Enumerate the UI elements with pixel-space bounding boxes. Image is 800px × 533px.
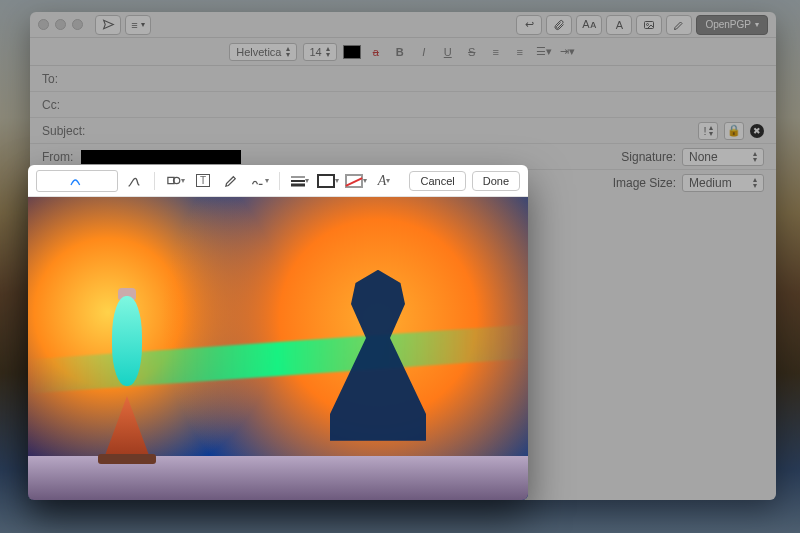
text-color-swatch[interactable]: [343, 45, 361, 59]
signature-value: None: [689, 150, 718, 164]
openpgp-menu[interactable]: OpenPGP▾: [696, 15, 768, 35]
zoom-dot[interactable]: [72, 19, 83, 30]
text-tool-icon[interactable]: T: [191, 170, 215, 192]
window-traffic-lights: [38, 19, 83, 30]
list-button[interactable]: ☰▾: [535, 43, 553, 61]
text-style-menu[interactable]: A▾: [372, 170, 396, 192]
photo-browser-button[interactable]: [636, 15, 662, 35]
header-fields-menu[interactable]: ≡: [125, 15, 151, 35]
openpgp-label: OpenPGP: [705, 19, 751, 30]
svg-point-1: [647, 23, 649, 25]
align-left-button[interactable]: ≡: [487, 43, 505, 61]
subject-label: Subject:: [42, 124, 85, 138]
image-size-select[interactable]: Medium▴▾: [682, 174, 764, 192]
text-style-glyph: A: [378, 173, 387, 189]
image-size-value: Medium: [689, 176, 732, 190]
bold-button[interactable]: B: [391, 43, 409, 61]
from-value-redacted: [81, 150, 241, 164]
italic-button[interactable]: I: [415, 43, 433, 61]
attached-image: [28, 197, 528, 500]
priority-button[interactable]: !▴▾: [698, 122, 718, 140]
from-label: From:: [42, 150, 73, 164]
underline-button[interactable]: U: [439, 43, 457, 61]
done-button[interactable]: Done: [472, 171, 520, 191]
sign-tool-icon[interactable]: [219, 170, 243, 192]
align-center-button[interactable]: ≡: [511, 43, 529, 61]
font-button[interactable]: A: [606, 15, 632, 35]
sketch-tool-icon[interactable]: [36, 170, 118, 192]
encrypt-lock-button[interactable]: 🔒: [724, 122, 744, 140]
indent-button[interactable]: ⇥▾: [559, 43, 577, 61]
subject-row[interactable]: Subject: !▴▾ 🔒 ✖: [30, 118, 776, 144]
reply-button[interactable]: ↩: [516, 15, 542, 35]
markup-canvas[interactable]: [28, 197, 528, 500]
stroke-color-menu[interactable]: ▾: [316, 170, 340, 192]
format-button[interactable]: Aᴀ: [576, 15, 602, 35]
send-button[interactable]: [95, 15, 121, 35]
font-family-select[interactable]: Helvetica▴▾: [229, 43, 296, 61]
markup-button[interactable]: [666, 15, 692, 35]
shapes-tool-icon[interactable]: ▾: [163, 170, 187, 192]
done-label: Done: [483, 175, 509, 187]
cc-row[interactable]: Cc:: [30, 92, 776, 118]
markup-popover: ▾ T ▾ ▾ ▾ ▾ A▾ Cancel Done: [28, 165, 528, 500]
cancel-button[interactable]: Cancel: [409, 171, 465, 191]
strikethrough-button[interactable]: S: [463, 43, 481, 61]
cc-label: Cc:: [42, 98, 60, 112]
fill-color-menu[interactable]: ▾: [344, 170, 368, 192]
attach-button[interactable]: [546, 15, 572, 35]
titlebar: ≡ ↩ Aᴀ A OpenPGP▾: [30, 12, 776, 38]
draw-tool-icon[interactable]: [122, 170, 146, 192]
close-dot[interactable]: [38, 19, 49, 30]
markup-toolbar: ▾ T ▾ ▾ ▾ ▾ A▾ Cancel Done: [28, 165, 528, 197]
minimize-dot[interactable]: [55, 19, 66, 30]
font-size-select[interactable]: 14▴▾: [303, 43, 337, 61]
to-row[interactable]: To:: [30, 66, 776, 92]
font-family-value: Helvetica: [236, 46, 281, 58]
image-size-label: Image Size:: [613, 176, 676, 190]
loupe-tool-icon[interactable]: ▾: [247, 170, 271, 192]
signature-select[interactable]: None▴▾: [682, 148, 764, 166]
format-bar: Helvetica▴▾ 14▴▾ a B I U S ≡ ≡ ☰▾ ⇥▾: [30, 38, 776, 66]
stop-button[interactable]: ✖: [750, 124, 764, 138]
signature-label: Signature:: [621, 150, 676, 164]
font-size-value: 14: [310, 46, 322, 58]
to-label: To:: [42, 72, 58, 86]
text-color-alt[interactable]: a: [367, 43, 385, 61]
cancel-label: Cancel: [420, 175, 454, 187]
line-weight-menu[interactable]: ▾: [288, 170, 312, 192]
